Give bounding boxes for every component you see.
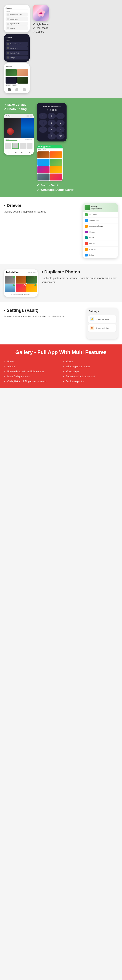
passcode-6[interactable]: 6 [56, 119, 64, 126]
drawer-item-share[interactable]: Share [83, 235, 118, 241]
menu-secure-dark[interactable]: Secure Vault [6, 46, 28, 50]
album-cell-2 [17, 69, 28, 76]
collage-action-1[interactable] [27, 115, 29, 117]
passcode-3[interactable]: 3 [56, 113, 64, 119]
feat-make-collage: ✓ Make Collage photos [4, 374, 59, 379]
menu-settings-dark[interactable]: Settings [6, 56, 28, 59]
passcode-star [39, 133, 47, 140]
dup-filter[interactable]: Sort & Filter [28, 271, 36, 273]
thumb-2[interactable] [12, 143, 19, 149]
check-make-collage: ✓ [4, 375, 6, 378]
lock-style-label: Change Lock Style [96, 327, 109, 329]
drawer-header: Gallery All your photos [83, 203, 118, 212]
thumb-3[interactable] [20, 143, 26, 149]
dup-cell-6[interactable] [27, 284, 37, 292]
brightness-icon[interactable]: ☀ [8, 151, 10, 154]
secure-icon-light [7, 18, 9, 20]
passcode-7[interactable]: 7 [39, 126, 47, 133]
drawer-item-collage[interactable]: Collage [83, 229, 118, 235]
bottom-nav [6, 87, 28, 92]
delete-icon [85, 242, 88, 245]
drawer-item-duplicate[interactable]: Duplicate photos [83, 223, 118, 229]
section1-right: 🌸 Light Mode Dark Mode Gallery [33, 5, 49, 34]
menu-secure-light[interactable]: Secure Vault [6, 17, 28, 21]
feature-list: Light Mode Dark Mode Gallery [33, 23, 49, 34]
drawer-item-secure-vault[interactable]: Secure Vault [83, 218, 118, 223]
feat-videos: ✓ Videos [63, 360, 118, 364]
dup-check-6[interactable] [34, 284, 36, 286]
section-duplicate: Duplicate Photos Sort & Filter [0, 264, 122, 302]
dup-cell-4[interactable] [5, 284, 15, 292]
passcode-delete[interactable]: ⌫ [56, 133, 64, 140]
drawer-app-icon [84, 205, 90, 210]
collage-icon-dark [7, 43, 9, 45]
passcode-0[interactable]: 0 [47, 133, 56, 140]
thumb-1[interactable] [5, 143, 11, 149]
nav-home-icon[interactable] [8, 88, 11, 91]
album-cell-3 [6, 76, 17, 84]
adjust-icon[interactable]: ⚙ [28, 151, 30, 154]
drawer-item-rate[interactable]: Rate us [83, 247, 118, 252]
share-icon [85, 236, 88, 239]
collage-toolbar: ☀ ⊕ ⊠ ⚙ [4, 150, 34, 154]
wa-grid-1 [37, 151, 63, 181]
passcode-8[interactable]: 8 [47, 126, 56, 133]
duplicate-icon-dark [7, 52, 9, 54]
nav-albums-icon[interactable] [16, 88, 18, 91]
duplicate-icon [85, 225, 88, 228]
collage-action-2[interactable] [30, 115, 32, 117]
drawer-item-policy[interactable]: Policy [83, 252, 118, 258]
menu-duplicate-dark[interactable]: Duplicate Photos [6, 51, 28, 55]
section-settings: Settings (Vault) Photos & videos can be … [0, 302, 122, 344]
check-duplocate: ✓ [63, 380, 65, 383]
tab-photos[interactable]: Photos [6, 84, 11, 86]
wa-tab-photos[interactable]: Photos [38, 149, 41, 150]
settings-change-password[interactable]: 🔑 Change password [88, 315, 116, 323]
collage-ball-element [7, 128, 14, 135]
filter-icon[interactable]: ⊕ [15, 151, 17, 154]
dup-cell-2[interactable] [16, 275, 26, 283]
explore-header-dark: Explore [6, 36, 28, 39]
duplicate-text: Duplicate Photos Duplicate photos will b… [42, 269, 118, 284]
dup-cell-1[interactable] [5, 275, 15, 283]
nav-explore-icon[interactable] [23, 88, 26, 91]
passcode-2[interactable]: 2 [47, 113, 56, 119]
duplicate-description: Duplicate photos will be scanned from th… [42, 276, 118, 284]
wa-tab-videos[interactable]: Videos [42, 149, 46, 150]
crop-icon[interactable]: ⊠ [21, 151, 23, 154]
menu-collage-light[interactable]: Make Collage Photo [6, 13, 28, 16]
passcode-5[interactable]: 5 [47, 119, 56, 126]
passcode-grid: 1 2 3 4 5 6 7 8 9 0 ⌫ [37, 113, 67, 142]
duplicate-icon-light [7, 23, 9, 25]
feat-duplocate: ✓ Duplocate photos [63, 379, 118, 383]
settings-change-lock[interactable]: 🎨 Change Lock Style [88, 324, 116, 332]
drawer-item-all-media[interactable]: All Media [83, 212, 118, 218]
tab-videos[interactable]: Videos [12, 84, 17, 86]
wa-cell-6 [50, 166, 62, 173]
wa-header-1: Whatsapp Statuses [37, 145, 63, 148]
feat-wa-saver: ✓ Whatsapp status saver [63, 364, 118, 369]
passcode-title: Enter Your Passcode [37, 103, 67, 109]
menu-collage-dark[interactable]: Make Collage Photo [6, 42, 28, 46]
passcode-4[interactable]: 4 [39, 119, 47, 126]
dot-3 [52, 109, 54, 111]
dup-cell-3[interactable] [27, 275, 37, 283]
dup-cell-5[interactable] [16, 284, 26, 292]
dot-4 [55, 109, 57, 111]
dup-check-1[interactable] [13, 276, 15, 278]
dup-check-5[interactable] [23, 284, 25, 286]
dup-check-3[interactable] [34, 276, 36, 278]
thumb-4[interactable] [27, 143, 33, 149]
menu-duplicate-light[interactable]: Duplicate Photos [6, 22, 28, 25]
dup-check-4[interactable] [13, 284, 15, 286]
passcode-9[interactable]: 9 [56, 126, 64, 133]
videos-label-dark: Videos [6, 40, 28, 41]
collage-left-image [4, 118, 22, 138]
drawer-phone: Gallery All your photos All Media Secure… [82, 203, 118, 258]
section2-left: ✓ Make Collage ✓ Photo Editing Collage S… [4, 103, 34, 154]
menu-settings-light[interactable]: Settings [6, 26, 28, 30]
passcode-1[interactable]: 1 [39, 113, 47, 119]
drawer-item-delete[interactable]: Delete [83, 241, 118, 247]
dot-2 [50, 109, 51, 111]
dup-check-2[interactable] [23, 276, 25, 278]
